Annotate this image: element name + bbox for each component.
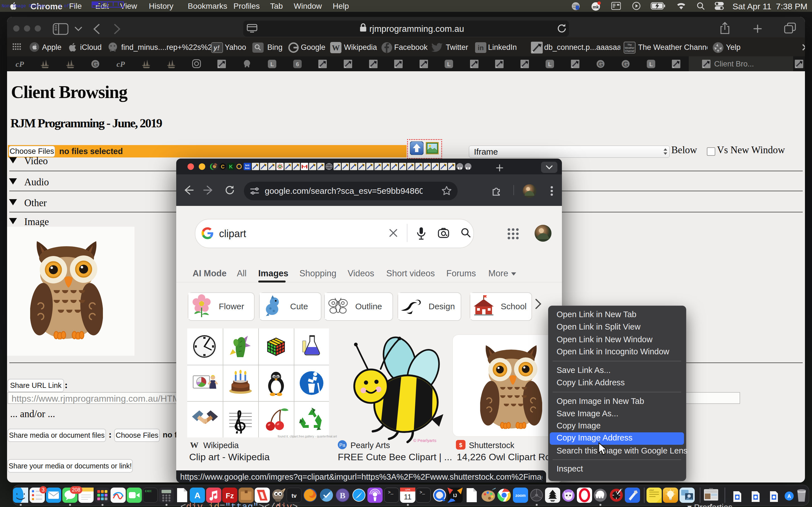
svg-text:L: L [447,61,451,67]
svg-text:IJ: IJ [453,493,457,498]
svg-text:A: A [788,494,791,499]
svg-text:6: 6 [296,61,299,67]
svg-text:Pa: Pa [340,443,345,448]
svg-text:11: 11 [404,493,412,501]
svg-text:Channel: Channel [625,50,635,52]
svg-text:G: G [93,60,98,68]
svg-text:L: L [548,61,552,67]
svg-text:B: B [340,491,345,500]
svg-text:box: box [245,167,250,170]
svg-text:G: G [623,60,628,68]
svg-text:zoom: zoom [515,493,526,498]
svg-text:$: $ [459,442,462,448]
svg-text:G: G [598,60,603,68]
svg-text:K: K [229,164,233,170]
svg-text:>_: >_ [388,490,394,495]
svg-text:The: The [627,43,632,46]
svg-text:y!: y! [213,44,219,52]
svg-text:in: in [477,44,484,52]
svg-text:C: C [221,164,225,170]
svg-text:mk: mk [593,4,599,9]
svg-text:EXEC: EXEC [145,490,152,493]
svg-text:brit: brit [245,164,250,167]
svg-text:>_: >_ [419,490,425,495]
svg-text:L: L [270,61,274,67]
svg-text:W: W [332,43,340,52]
svg-text:L: L [649,61,653,67]
svg-text:Weather: Weather [625,47,635,49]
svg-text:tv: tv [292,493,297,499]
svg-text:A: A [194,491,200,500]
svg-text:Fz: Fz [226,492,234,500]
svg-text:APR: APR [405,489,410,491]
